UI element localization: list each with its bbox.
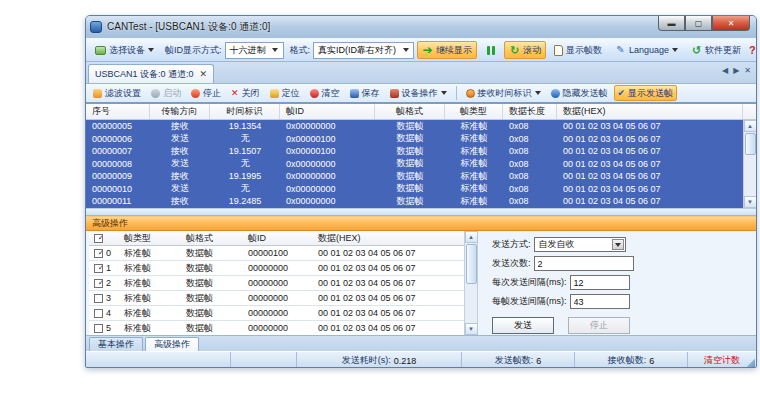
show-frame-count-button[interactable]: 显示帧数 [549, 41, 607, 59]
table-row[interactable]: 00000008发送无0x00000000数据帧标准帧0x0800 01 02 … [86, 158, 756, 171]
column-header[interactable]: 帧ID [280, 104, 375, 119]
minimize-button[interactable]: ▬ [658, 16, 685, 31]
row-checkbox[interactable]: ✓ [94, 279, 103, 288]
send-list-row[interactable]: ✓0标准帧数据帧0000010000 01 02 03 04 05 06 07 [89, 246, 464, 261]
column-header[interactable]: 时间标识 [210, 104, 280, 119]
resize-grip-icon[interactable] [745, 358, 755, 368]
send-list-body: ✓0标准帧数据帧0000010000 01 02 03 04 05 06 07✓… [89, 246, 464, 335]
send-list-scrollbar[interactable]: ▲ ▼ [465, 231, 478, 335]
row-checkbox[interactable] [94, 309, 103, 318]
send-count-input[interactable] [534, 256, 634, 271]
scroll-button[interactable]: ↻ 滚动 [504, 41, 546, 59]
row-checkbox[interactable] [94, 324, 103, 333]
green-arrow-icon: ➔ [422, 45, 433, 56]
select-all-checkbox[interactable]: ✓ [94, 234, 103, 243]
tab-basic-operation[interactable]: 基本操作 [89, 337, 143, 351]
scroll-down-icon[interactable]: ▼ [744, 196, 757, 208]
scrollbar-thumb[interactable] [466, 244, 477, 284]
table-cell: 00 01 02 03 04 05 06 07 [557, 195, 756, 208]
filter-settings-button[interactable]: 滤波设置 [89, 85, 145, 101]
row-checkbox[interactable]: ✓ [94, 264, 103, 273]
send-list-row[interactable]: 4标准帧数据帧0000000000 01 02 03 04 05 06 07 [89, 306, 464, 321]
device-ops-label: 设备操作 [402, 87, 438, 100]
row-checkbox[interactable]: ✓ [94, 249, 103, 258]
table-cell: 0x00000000 [280, 195, 375, 208]
column-header[interactable]: 序号 [86, 104, 150, 119]
scroll-down-icon[interactable]: ▼ [465, 323, 478, 335]
horizontal-scrollbar[interactable] [86, 208, 756, 215]
select-device-button[interactable]: 选择设备 [90, 41, 159, 59]
table-row[interactable]: 00000009接收19.19950x00000000数据帧标准帧0x0800 … [86, 170, 756, 183]
stop-send-button[interactable]: 停止 [568, 317, 630, 334]
send-list-table: ✓ 帧类型 帧格式 帧ID 数据(HEX) ✓0标准帧数据帧0000010000… [89, 231, 465, 335]
table-cell: 00000100 [243, 246, 313, 260]
tab-next-icon[interactable]: ▶ [733, 66, 739, 75]
save-button[interactable]: 保存 [346, 85, 384, 101]
start-button[interactable]: 启动 [147, 85, 185, 101]
format-select[interactable]: 真实ID(ID靠右对齐) [313, 42, 414, 59]
continue-display-button[interactable]: ➔ 继续显示 [417, 41, 477, 59]
help-icon[interactable]: ? [749, 45, 756, 56]
sent-frames-value: 6 [536, 356, 541, 366]
table-cell: 发送 [150, 183, 210, 196]
language-button[interactable]: ✎ Language [610, 41, 683, 59]
table-row[interactable]: 00000005接收19.13540x00000000数据帧标准帧0x0800 … [86, 120, 756, 133]
scroll-label: 滚动 [523, 44, 541, 57]
frame-id-display-select[interactable]: 十六进制 [225, 42, 284, 59]
software-update-button[interactable]: ↺ 软件更新 [686, 41, 746, 59]
send-button[interactable]: 发送 [492, 317, 554, 334]
table-cell: 数据帧 [375, 145, 445, 158]
start-icon [151, 89, 160, 98]
table-cell: 数据帧 [375, 133, 445, 146]
tab-advanced-operation[interactable]: 高级操作 [145, 337, 199, 351]
maximize-button[interactable]: ▢ [685, 16, 712, 31]
filter-icon [93, 89, 102, 98]
stop-button[interactable]: 停止 [187, 85, 225, 101]
send-list-row[interactable]: ✓1标准帧数据帧0000000000 01 02 03 04 05 06 07 [89, 261, 464, 276]
table-row[interactable]: 00000010发送无0x00000000数据帧标准帧0x0800 01 02 … [86, 183, 756, 196]
chevron-down-icon [400, 44, 411, 57]
table-cell: 数据帧 [181, 291, 243, 305]
send-list-row[interactable]: ✓2标准帧数据帧0000000000 01 02 03 04 05 06 07 [89, 276, 464, 291]
hide-send-frames-button[interactable]: 隐藏发送帧 [547, 85, 612, 101]
per-frame-interval-input[interactable] [570, 294, 630, 309]
column-header[interactable]: 数据(HEX) [557, 104, 743, 119]
status-segment-empty [86, 352, 231, 368]
row-index: 1 [106, 263, 111, 273]
close-channel-button[interactable]: ✕ 关闭 [227, 85, 264, 101]
tab-close-icon[interactable]: ✕ [200, 69, 208, 79]
clear-button[interactable]: 清空 [306, 85, 344, 101]
show-send-frames-button[interactable]: ✔ 显示发送帧 [614, 85, 678, 101]
send-list-header[interactable]: ✓ 帧类型 帧格式 帧ID 数据(HEX) [89, 231, 464, 246]
row-checkbox[interactable] [94, 294, 103, 303]
send-list-row[interactable]: 3标准帧数据帧0000000000 01 02 03 04 05 06 07 [89, 291, 464, 306]
column-header[interactable]: 数据长度 [503, 104, 557, 119]
tab-nav-close-icon[interactable]: ✕ [744, 66, 751, 75]
locate-button[interactable]: 定位 [266, 85, 304, 101]
show-frame-count-label: 显示帧数 [566, 44, 602, 57]
close-button[interactable]: ✕ [712, 16, 750, 31]
pause-button[interactable] [480, 41, 501, 59]
chevron-down-icon [270, 44, 281, 57]
scroll-up-icon[interactable]: ▲ [744, 120, 757, 132]
table-row[interactable]: 00000011接收19.24850x00000000数据帧标准帧0x0800 … [86, 195, 756, 208]
time-mark-button[interactable]: 接收时间标识 [462, 85, 545, 101]
table-row[interactable]: 00000006发送无0x00000100数据帧标准帧0x0800 01 02 … [86, 133, 756, 146]
tab-usbcan1[interactable]: USBCAN1 设备:0 通道:0 ✕ [88, 64, 214, 83]
table-row[interactable]: 00000007接收19.15070x00000100数据帧标准帧0x0800 … [86, 145, 756, 158]
advanced-panel-title: 高级操作 [92, 217, 128, 230]
table-cell: 标准帧 [119, 291, 181, 305]
scroll-up-icon[interactable]: ▲ [465, 231, 478, 243]
column-header[interactable]: 帧格式 [375, 104, 445, 119]
per-send-interval-input[interactable] [570, 275, 630, 290]
vertical-scrollbar[interactable]: ▲ ▼ [743, 120, 756, 208]
send-mode-select[interactable]: 自发自收 [534, 237, 626, 252]
column-header[interactable]: 帧类型 [445, 104, 503, 119]
tab-prev-icon[interactable]: ◀ [722, 66, 728, 75]
device-ops-button[interactable]: 设备操作 [386, 85, 451, 101]
send-list-row[interactable]: 5标准帧数据帧0000000000 01 02 03 04 05 06 07 [89, 321, 464, 335]
scrollbar-thumb[interactable] [745, 133, 756, 155]
table-cell: 0x00000100 [280, 133, 375, 146]
frame-table-header[interactable]: 序号传输方向时间标识帧ID帧格式帧类型数据长度数据(HEX) [86, 104, 756, 120]
column-header[interactable]: 传输方向 [150, 104, 210, 119]
